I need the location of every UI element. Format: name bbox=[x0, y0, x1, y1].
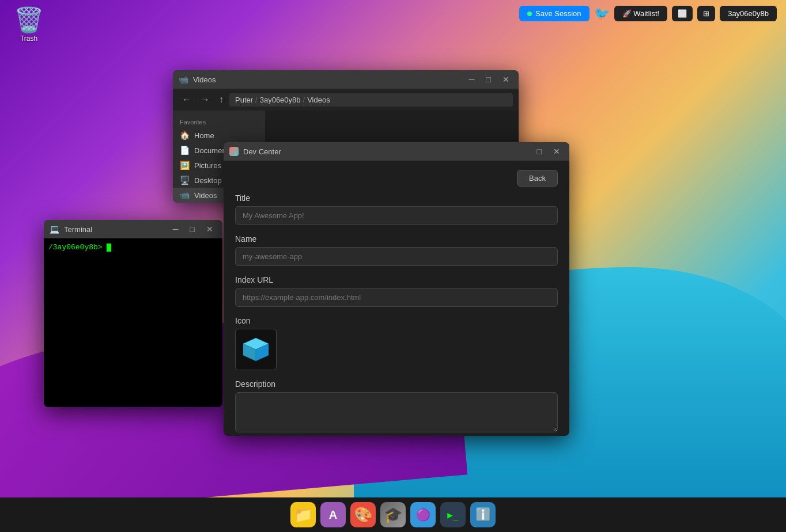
name-field-label: Name bbox=[235, 234, 558, 244]
taskbar-info-icon[interactable]: ℹ️ bbox=[470, 502, 496, 527]
devcenter-icon bbox=[229, 147, 239, 156]
title-input[interactable] bbox=[235, 206, 558, 225]
index-url-field-label: Index URL bbox=[235, 275, 558, 284]
trash-icon[interactable]: 🗑️ Trash bbox=[14, 8, 44, 43]
videos-icon: 📹 bbox=[180, 191, 190, 200]
description-field-label: Description bbox=[235, 379, 558, 389]
taskbar-paint-icon[interactable]: 🎨 bbox=[350, 502, 376, 527]
session-dot bbox=[527, 12, 532, 16]
trash-label: Trash bbox=[20, 35, 37, 43]
home-icon: 🏠 bbox=[180, 131, 190, 140]
icon-field-group: Icon bbox=[235, 316, 558, 370]
forward-nav-button[interactable]: → bbox=[197, 92, 213, 107]
terminal-titlebar[interactable]: 💻 Terminal ─ □ ✕ bbox=[44, 220, 222, 238]
terminal-window: 💻 Terminal ─ □ ✕ /3ay06e0y8b> bbox=[44, 220, 222, 407]
desktop: 🗑️ Trash Save Session 🐦 🚀 Waitlist! ⬜ ⊞ … bbox=[0, 0, 786, 532]
terminal-window-title: Terminal bbox=[64, 225, 165, 234]
devcenter-maximize-button[interactable]: □ bbox=[534, 146, 545, 157]
user-label: 3ay06e0y8b bbox=[728, 9, 769, 18]
terminal-maximize-button[interactable]: □ bbox=[187, 223, 198, 235]
sidebar-videos-label: Videos bbox=[194, 191, 217, 200]
sidebar-item-home[interactable]: 🏠 Home bbox=[173, 128, 265, 143]
save-session-button[interactable]: Save Session bbox=[519, 6, 590, 21]
pictures-icon: 🖼️ bbox=[180, 161, 190, 170]
videos-maximize-button[interactable]: □ bbox=[483, 74, 494, 85]
devcenter-window: Dev Center □ ✕ Back Title Name Index URL… bbox=[224, 142, 569, 436]
index-url-field-group: Index URL bbox=[235, 275, 558, 307]
terminal-minimize-button[interactable]: ─ bbox=[169, 223, 182, 235]
description-field-group: Description bbox=[235, 379, 558, 435]
name-field-group: Name bbox=[235, 234, 558, 266]
videos-window-title: Videos bbox=[193, 75, 461, 84]
videos-close-button[interactable]: ✕ bbox=[499, 74, 513, 85]
sidebar-home-label: Home bbox=[194, 131, 214, 140]
taskbar-apps-icon[interactable]: 🟣 bbox=[410, 502, 436, 527]
save-session-label: Save Session bbox=[535, 9, 581, 18]
waitlist-button[interactable]: 🚀 Waitlist! bbox=[614, 6, 668, 21]
name-input[interactable] bbox=[235, 247, 558, 266]
sidebar-section-label: Favorites bbox=[173, 116, 265, 128]
up-nav-button[interactable]: ↑ bbox=[216, 92, 227, 107]
breadcrumb-bar[interactable]: Puter / 3ay06e0y8b / Videos bbox=[229, 93, 513, 107]
videos-titlebar[interactable]: 📹 Videos ─ □ ✕ bbox=[173, 70, 519, 89]
title-field-label: Title bbox=[235, 193, 558, 203]
back-btn-row: Back bbox=[235, 170, 558, 187]
devcenter-close-button[interactable]: ✕ bbox=[550, 146, 564, 157]
user-button[interactable]: 3ay06e0y8b bbox=[720, 6, 777, 21]
terminal-prompt: /3ay06e0y8b> bbox=[48, 243, 107, 252]
icon-field-label: Icon bbox=[235, 316, 558, 325]
taskbar: 📁 A 🎨 🎓 🟣 ▶_ ℹ️ bbox=[0, 497, 786, 532]
breadcrumb-user: 3ay06e0y8b bbox=[260, 96, 301, 104]
index-url-input[interactable] bbox=[235, 288, 558, 307]
sidebar-desktop-label: Desktop bbox=[194, 176, 222, 185]
desktop-icon: 🖥️ bbox=[180, 176, 190, 185]
twitter-button[interactable]: 🐦 bbox=[594, 6, 610, 21]
taskbar-terminal-icon[interactable]: ▶_ bbox=[440, 502, 466, 527]
breadcrumb-videos: Videos bbox=[307, 96, 330, 104]
terminal-close-button[interactable]: ✕ bbox=[203, 223, 217, 235]
taskbar-folder-icon[interactable]: 📁 bbox=[290, 502, 316, 527]
title-field-group: Title bbox=[235, 193, 558, 225]
trash-bin-icon: 🗑️ bbox=[14, 8, 44, 32]
terminal-body[interactable]: /3ay06e0y8b> bbox=[44, 238, 222, 407]
sidebar-pictures-label: Pictures bbox=[194, 161, 221, 170]
documents-icon: 📄 bbox=[180, 146, 190, 155]
grid-button[interactable]: ⊞ bbox=[697, 6, 715, 21]
waitlist-label: 🚀 Waitlist! bbox=[622, 9, 660, 18]
description-textarea[interactable] bbox=[235, 392, 558, 432]
topbar: Save Session 🐦 🚀 Waitlist! ⬜ ⊞ 3ay06e0y8… bbox=[510, 0, 786, 27]
devcenter-body: Back Title Name Index URL Icon bbox=[224, 161, 569, 436]
terminal-cursor bbox=[107, 244, 111, 252]
videos-toolbar: ← → ↑ Puter / 3ay06e0y8b / Videos bbox=[173, 89, 519, 111]
window-toggle-button[interactable]: ⬜ bbox=[672, 6, 693, 21]
icon-preview[interactable] bbox=[235, 329, 277, 370]
videos-minimize-button[interactable]: ─ bbox=[466, 74, 478, 85]
taskbar-graduate-icon[interactable]: 🎓 bbox=[380, 502, 406, 527]
breadcrumb-puter: Puter bbox=[235, 96, 253, 104]
cube-svg bbox=[240, 333, 272, 366]
back-button[interactable]: Back bbox=[517, 170, 558, 187]
devcenter-window-title: Dev Center bbox=[243, 147, 529, 156]
devcenter-titlebar[interactable]: Dev Center □ ✕ bbox=[224, 142, 569, 161]
taskbar-font-icon[interactable]: A bbox=[320, 502, 346, 527]
back-nav-button[interactable]: ← bbox=[179, 92, 195, 107]
